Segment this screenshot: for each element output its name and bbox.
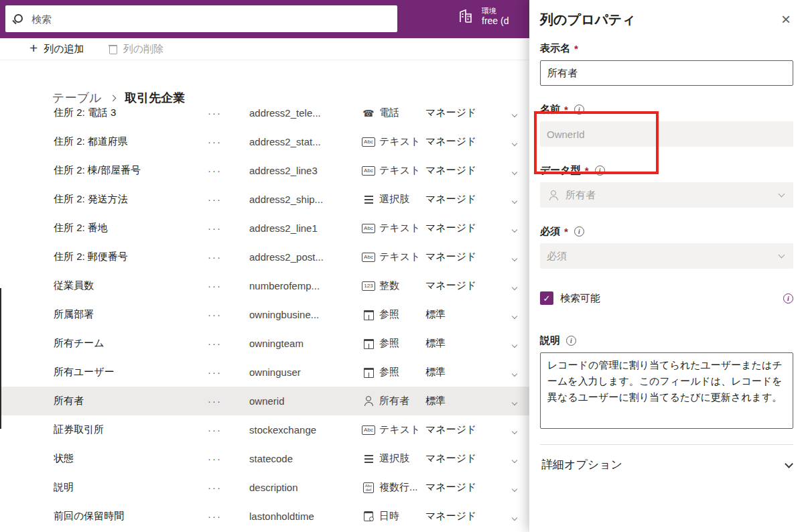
columns-table: 住所 2: 電話 3 address2_tele... 電話 マネージド 住所 … xyxy=(0,107,529,532)
column-type-cell: テキスト xyxy=(362,164,425,177)
table-row[interactable]: 所有チーム owningteam 参照 標準 xyxy=(0,329,529,358)
managed-label: マネージド xyxy=(425,164,513,177)
managed-label: マネージド xyxy=(425,452,513,465)
column-type-cell: テキスト xyxy=(362,135,425,148)
row-more-options-icon[interactable] xyxy=(208,165,249,176)
table-row[interactable]: 状態 statecode 選択肢 マネージド xyxy=(0,444,529,473)
column-properties-panel: 列のプロパティ 表示名 * 名前 * データ型 * 所有者 xyxy=(529,0,804,532)
table-row[interactable]: 住所 2: 番地 address2_line1 テキスト マネージド xyxy=(0,214,529,243)
left-edge-scrollbar[interactable] xyxy=(0,288,1,429)
advanced-options-label: 詳細オプション xyxy=(541,457,622,472)
row-chevron-button[interactable] xyxy=(513,395,529,407)
row-chevron-button[interactable] xyxy=(513,338,529,349)
column-display-name: 説明 xyxy=(54,481,208,494)
display-name-input[interactable] xyxy=(540,60,793,86)
breadcrumb: テーブル 取引先企業 xyxy=(52,90,185,106)
chevron-down-icon xyxy=(512,371,517,377)
add-column-button[interactable]: 列の追加 xyxy=(29,43,84,56)
row-more-options-icon[interactable] xyxy=(208,453,249,464)
row-chevron-button[interactable] xyxy=(513,194,529,205)
row-more-options-icon[interactable] xyxy=(208,309,249,320)
row-more-options-icon[interactable] xyxy=(208,395,249,407)
table-row[interactable]: 住所 2: 郵便番号 address2_post... テキスト マネージド xyxy=(0,243,529,271)
row-more-options-icon[interactable] xyxy=(208,367,249,378)
row-chevron-button[interactable] xyxy=(513,107,529,119)
row-chevron-button[interactable] xyxy=(513,222,529,234)
table-row[interactable]: 住所 2: 都道府県 address2_stat... テキスト マネージド xyxy=(0,127,529,156)
row-more-options-icon[interactable] xyxy=(208,482,249,493)
row-chevron-button[interactable] xyxy=(513,511,529,522)
name-field-group: 名前 * xyxy=(540,103,793,147)
breadcrumb-current-table: 取引先企業 xyxy=(125,90,185,106)
table-row[interactable]: 説明 description 複数行... マネージド xyxy=(0,473,529,502)
type-icon xyxy=(362,424,375,436)
table-row[interactable]: 証券取引所 stockexchange テキスト マネージド xyxy=(0,415,529,444)
info-icon[interactable] xyxy=(595,165,605,176)
column-display-name: 所有チーム xyxy=(54,337,208,350)
column-type-cell: 選択肢 xyxy=(362,452,425,465)
chevron-down-icon xyxy=(512,112,517,117)
row-more-options-icon[interactable] xyxy=(208,280,249,291)
type-label: 参照 xyxy=(379,337,399,350)
table-row[interactable]: 住所 2: 電話 3 address2_tele... 電話 マネージド xyxy=(0,107,529,127)
description-textarea[interactable]: レコードの管理に割り当てられたユーザーまたはチームを入力します。このフィールドは… xyxy=(540,352,793,429)
row-chevron-button[interactable] xyxy=(513,251,529,263)
table-row[interactable]: 前回の保留時間 lastonholdtime 日時 マネージド xyxy=(0,502,529,531)
column-type-cell: 参照 xyxy=(362,337,425,350)
searchable-checkbox[interactable] xyxy=(540,291,553,305)
column-schema-name: lastonholdtime xyxy=(249,511,362,522)
row-more-options-icon[interactable] xyxy=(208,338,249,349)
required-dropdown: 必須 xyxy=(540,243,793,269)
search-input[interactable] xyxy=(31,13,391,25)
type-icon xyxy=(362,367,375,379)
table-row[interactable]: 所有ユーザー owninguser 参照 標準 xyxy=(0,358,529,387)
info-icon[interactable] xyxy=(783,293,793,304)
row-more-options-icon[interactable] xyxy=(208,511,249,522)
row-more-options-icon[interactable] xyxy=(208,251,249,263)
advanced-options-toggle[interactable]: 詳細オプション xyxy=(540,445,793,472)
info-icon[interactable] xyxy=(566,336,576,346)
breadcrumb-tables-link[interactable]: テーブル xyxy=(52,90,101,106)
row-chevron-button[interactable] xyxy=(513,309,529,320)
row-more-options-icon[interactable] xyxy=(208,136,249,147)
row-chevron-button[interactable] xyxy=(513,165,529,176)
row-chevron-button[interactable] xyxy=(513,280,529,291)
column-display-name: 所属部署 xyxy=(54,308,208,321)
table-row[interactable]: 住所 2: 発送方法 address2_ship... 選択肢 マネージド xyxy=(0,185,529,214)
row-more-options-icon[interactable] xyxy=(208,424,249,436)
table-row[interactable]: 所属部署 owningbusine... 参照 標準 xyxy=(0,300,529,329)
type-label: 電話 xyxy=(379,107,399,119)
search-box[interactable] xyxy=(5,5,397,32)
info-icon[interactable] xyxy=(574,226,584,237)
row-chevron-button[interactable] xyxy=(513,482,529,493)
row-chevron-button[interactable] xyxy=(513,136,529,147)
row-more-options-icon[interactable] xyxy=(208,107,249,119)
delete-column-button[interactable]: 列の削除 xyxy=(109,43,163,56)
column-schema-name: description xyxy=(249,482,362,493)
column-schema-name: stockexchange xyxy=(249,424,362,436)
type-label: テキスト xyxy=(379,423,420,436)
row-more-options-icon[interactable] xyxy=(208,194,249,205)
column-type-cell: 参照 xyxy=(362,308,425,321)
row-chevron-button[interactable] xyxy=(513,453,529,464)
row-chevron-button[interactable] xyxy=(513,367,529,378)
column-type-cell: 日時 xyxy=(362,510,425,523)
row-chevron-button[interactable] xyxy=(513,424,529,436)
managed-label: マネージド xyxy=(425,222,513,235)
info-icon[interactable] xyxy=(574,105,584,115)
column-display-name: 住所 2: 番地 xyxy=(54,222,208,235)
environment-info: 環境 free (d xyxy=(482,6,509,27)
data-type-dropdown: 所有者 xyxy=(540,182,793,208)
environment-switcher[interactable]: 環境 free (d xyxy=(458,6,509,27)
type-label: 整数 xyxy=(379,279,399,292)
table-row[interactable]: 従業員数 numberofemp... 整数 マネージド xyxy=(0,271,529,300)
type-label: テキスト xyxy=(379,251,420,263)
table-row[interactable]: 所有者 ownerid 所有者 標準 xyxy=(0,387,529,415)
row-more-options-icon[interactable] xyxy=(208,222,249,234)
column-schema-name: address2_line3 xyxy=(249,165,362,176)
chevron-down-icon xyxy=(512,256,517,261)
searchable-label: 検索可能 xyxy=(560,292,600,305)
table-row[interactable]: 住所 2: 棟/部屋番号 address2_line3 テキスト マネージド xyxy=(0,156,529,185)
close-button[interactable] xyxy=(779,11,793,28)
column-type-cell: 電話 xyxy=(362,107,425,119)
